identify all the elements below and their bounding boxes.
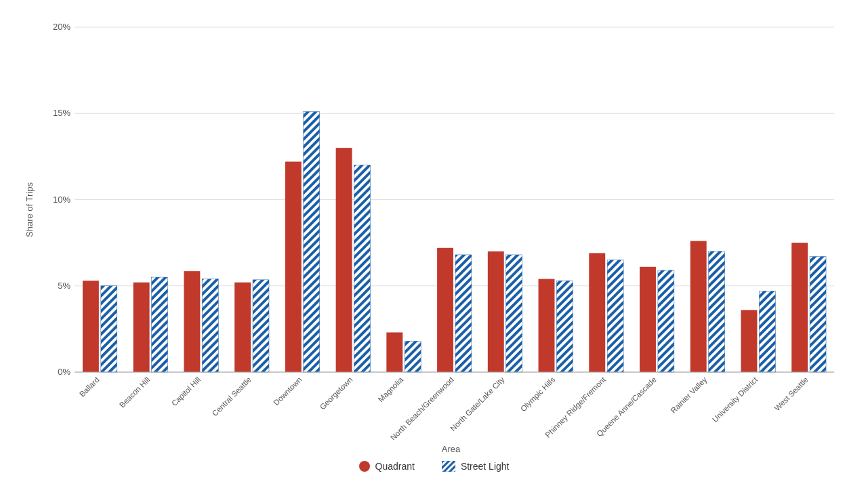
svg-rect-13 (100, 286, 117, 372)
svg-text:Olympic Hills: Olympic Hills (518, 375, 556, 413)
svg-text:North Gate/Lake City: North Gate/Lake City (449, 375, 506, 433)
svg-text:University District: University District (711, 375, 760, 424)
svg-rect-52 (759, 291, 775, 372)
svg-text:Downtown: Downtown (272, 375, 303, 407)
svg-rect-28 (354, 165, 370, 372)
svg-rect-19 (202, 279, 218, 372)
chart-area: Share of Trips 0%5%10%15%20%BallardBeaco… (21, 14, 848, 440)
streetlight-legend-label: Street Light (461, 461, 510, 472)
svg-rect-30 (386, 332, 402, 372)
svg-rect-40 (556, 281, 573, 372)
svg-rect-51 (741, 310, 757, 372)
svg-rect-42 (589, 253, 605, 372)
svg-rect-54 (791, 243, 808, 372)
y-axis-label: Share of Trips (21, 20, 37, 399)
chart-inner: 0%5%10%15%20%BallardBeacon HillCapitol H… (37, 14, 848, 440)
svg-text:West Seattle: West Seattle (772, 375, 809, 412)
chart-container: Share of Trips 0%5%10%15%20%BallardBeaco… (21, 14, 848, 474)
svg-rect-27 (335, 148, 352, 372)
svg-text:Ballard: Ballard (77, 375, 100, 399)
svg-rect-46 (657, 270, 674, 372)
svg-rect-16 (151, 277, 167, 372)
svg-text:5%: 5% (58, 281, 70, 291)
svg-rect-49 (708, 251, 724, 372)
svg-rect-37 (505, 255, 522, 372)
legend-quadrant: Quadrant (359, 461, 415, 472)
svg-rect-55 (810, 256, 826, 372)
svg-rect-36 (487, 251, 503, 372)
svg-rect-22 (253, 280, 269, 372)
svg-text:Central Seattle: Central Seattle (210, 375, 252, 418)
svg-rect-34 (455, 255, 471, 372)
svg-text:Queene Anne/Cascade: Queene Anne/Cascade (595, 375, 658, 439)
svg-text:10%: 10% (52, 195, 70, 205)
streetlight-legend-box (442, 461, 455, 472)
svg-rect-21 (234, 283, 251, 372)
quadrant-legend-dot (359, 461, 370, 472)
svg-rect-48 (690, 241, 706, 372)
quadrant-legend-label: Quadrant (375, 461, 415, 472)
svg-text:Magnolia: Magnolia (376, 375, 405, 404)
svg-rect-31 (405, 341, 421, 372)
streetlight-legend-icon (442, 461, 455, 472)
svg-text:0%: 0% (58, 367, 70, 377)
legend: Quadrant Street Light (21, 455, 848, 474)
svg-rect-18 (184, 271, 200, 372)
svg-text:Rainier Valley: Rainier Valley (669, 375, 708, 415)
svg-rect-15 (133, 283, 149, 372)
grid-and-bars: 0%5%10%15%20%BallardBeacon HillCapitol H… (37, 20, 848, 440)
svg-rect-45 (640, 267, 656, 372)
svg-text:Georgetown: Georgetown (318, 375, 354, 411)
svg-rect-24 (285, 162, 301, 372)
legend-streetlight: Street Light (442, 461, 510, 472)
svg-rect-60 (442, 461, 455, 472)
chart-svg: 0%5%10%15%20%BallardBeacon HillCapitol H… (37, 20, 848, 440)
svg-text:Beacon Hill: Beacon Hill (117, 375, 151, 409)
svg-rect-43 (607, 260, 623, 372)
svg-text:15%: 15% (52, 108, 70, 118)
svg-rect-25 (303, 112, 319, 372)
svg-rect-39 (538, 279, 554, 372)
svg-text:Capitol Hill: Capitol Hill (169, 375, 201, 407)
svg-text:20%: 20% (52, 22, 70, 32)
svg-rect-12 (82, 281, 98, 372)
x-axis-label: Area (55, 440, 848, 455)
svg-rect-33 (437, 248, 453, 372)
